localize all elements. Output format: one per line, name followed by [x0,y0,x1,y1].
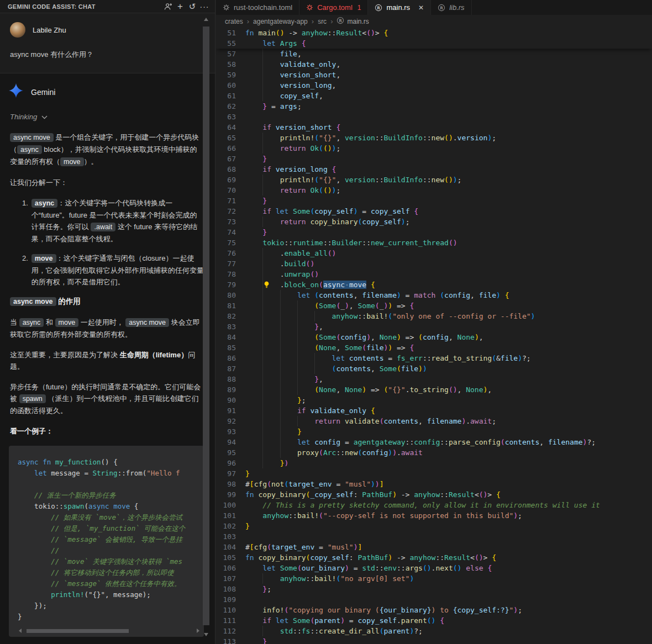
indent-guide [297,353,298,363]
tab-rust-toolchain.toml[interactable]: rust-toolchain.toml [216,0,299,15]
line-number: 103 [216,531,236,542]
hscroll-right-arrow[interactable] [197,629,199,633]
code-line[interactable]: 71 } [216,196,652,206]
code-line[interactable]: 73 return copy_binary(copy_self); [216,217,652,227]
code-line[interactable]: 81 (Some(_), Some(_)) => { [216,300,652,311]
code-line[interactable]: 94 let config = agentgateway::config::pa… [216,437,652,447]
code-line[interactable]: 113 } [216,636,652,644]
editor-panel: rust-toolchain.tomlCargo.toml1Rmain.rs✕R… [216,0,652,644]
code-line[interactable]: 67 } [216,154,652,164]
code-line[interactable]: 105fn copy_binary(copy_self: PathBuf) ->… [216,552,652,563]
indent-guide [262,332,263,342]
code-line[interactable]: 77 .build() [216,258,652,269]
code-line[interactable]: 112 std::fs::create_dir_all(parent)?; [216,626,652,636]
code-line[interactable]: 69 println!("{}", version::BuildInfo::ne… [216,175,652,185]
chat-scrollbar[interactable] [203,27,209,625]
code-line[interactable]: 65 println!("{}", version::BuildInfo::ne… [216,133,652,143]
code-line[interactable]: 92 return validate(contents, filename).a… [216,416,652,426]
code-line[interactable]: 72 if let Some(copy_self) = copy_self { [216,206,652,217]
code-line[interactable]: 76 .enable_all() [216,248,652,258]
code-line[interactable]: 85 (None, Some(file)) => { [216,342,652,353]
line-number: 93 [216,426,236,437]
code-line[interactable]: 61 copy_self, [216,91,652,101]
chat-scroll-up-arrow[interactable] [204,18,208,21]
sticky-line[interactable]: 55 let Args { [216,38,652,49]
code-line[interactable]: 80 let (contents, filename) = match (con… [216,290,652,300]
code-line[interactable]: 60 version_long, [216,80,652,91]
chat-scroll-down-arrow[interactable] [204,633,208,636]
breadcrumb-file[interactable]: Rmain.rs [336,17,369,26]
breadcrumb[interactable]: crates›agentgateway-app›src›Rmain.rs [216,15,652,28]
inline-code-chip: spawn [19,394,46,403]
indent-guide [262,363,263,374]
code-line[interactable]: 106 let Some(our_binary) = std::env::arg… [216,563,652,573]
code-line[interactable]: 58 validate_only, [216,59,652,70]
line-number: 57 [216,49,236,59]
breadcrumb-item[interactable]: src [318,18,327,25]
code-line[interactable]: 107 anyhow::bail!("no argv[0] set") [216,573,652,584]
code-line[interactable]: 79 .block_on(async·move { [216,279,652,290]
thinking-toggle[interactable]: Thinking [10,111,204,123]
code-line[interactable]: 63 [216,112,652,122]
code-line[interactable]: 57 file, [216,49,652,59]
breadcrumb-item[interactable]: agentgateway-app [253,18,308,25]
code-line[interactable]: 88 }, [216,374,652,384]
code-line[interactable]: 70 return Ok(()); [216,185,652,196]
code-line[interactable]: 68 if version_long { [216,164,652,175]
code-line[interactable]: 91 if validate_only { [216,405,652,416]
code-line[interactable]: 96 }) [216,458,652,468]
code-line[interactable]: 102} [216,521,652,531]
indent-guide [262,447,263,458]
code-line[interactable]: 90 }; [216,395,652,405]
close-icon[interactable]: ✕ [418,4,424,12]
new-chat-icon[interactable]: + [174,2,186,12]
code-line[interactable]: 74 } [216,227,652,237]
code-line[interactable]: 93 } [216,426,652,437]
sticky-line[interactable]: 51fn main() -> anyhow::Result<()> { [216,28,652,38]
code-line[interactable]: 75 tokio::runtime::Builder::new_current_… [216,237,652,248]
code-line[interactable]: 103 [216,531,652,542]
code-line[interactable]: 84 (Some(config), None) => (config, None… [216,332,652,342]
line-number: 84 [216,332,236,342]
code-line[interactable]: 62 } = args; [216,101,652,112]
tab-label: lib.rs [449,3,464,12]
code-line[interactable]: 97} [216,468,652,479]
code-line[interactable]: 78 .unwrap() [216,269,652,279]
code-line[interactable]: 99fn copy_binary(_copy_self: PathBuf) ->… [216,489,652,500]
code-line[interactable]: 87 (contents, Some(file)) [216,363,652,374]
account-icon[interactable] [162,2,174,12]
code-line[interactable]: 86 let contents = fs_err::read_to_string… [216,353,652,363]
list-number: 1. [22,197,28,245]
code-line[interactable]: 109 [216,594,652,605]
code-line[interactable]: 104#[cfg(target_env = "musl")] [216,542,652,552]
code-line[interactable]: 108 }; [216,584,652,594]
code-line[interactable]: 111 if let Some(parent) = copy_self.pare… [216,615,652,626]
tab-lib.rs[interactable]: Rlib.rs [431,0,471,15]
hscroll-thumb[interactable] [27,629,129,633]
history-icon[interactable]: ↺ [186,2,198,12]
code-line[interactable]: 89 (None, None) => ("{}".to_string(), No… [216,384,652,395]
code-line[interactable]: 95 proxy(Arc::new(config)).await [216,447,652,458]
code-line[interactable]: 83 }, [216,321,652,332]
tab-Cargo.toml[interactable]: Cargo.toml1 [299,0,368,15]
user-message-text: async move 有什么作用？ [10,49,205,72]
chat-code-line: println!("{}", message); [18,589,204,600]
line-number: 83 [216,321,236,332]
more-icon[interactable]: ··· [198,2,211,12]
code-line[interactable]: 59 version_short, [216,70,652,80]
code-line[interactable]: 82 anyhow::bail!("only one of --config o… [216,311,652,321]
breadcrumb-item[interactable]: crates [225,18,243,25]
code-line[interactable]: 66 return Ok(()); [216,143,652,154]
code-line[interactable]: 110 info!("copying our binary ({our_bina… [216,605,652,615]
hscroll-left-arrow[interactable] [19,629,22,633]
indent-guide [262,300,263,311]
code-line[interactable]: 64 if version_short { [216,122,652,133]
code-line[interactable]: 100 // This is a pretty sketchy command,… [216,500,652,510]
line-number: 77 [216,258,236,269]
line-number: 73 [216,217,236,227]
user-message-block: Labile Zhu async move 有什么作用？ [0,13,215,73]
code-line[interactable]: 98#[cfg(not(target_env = "musl"))] [216,479,652,489]
code-line[interactable]: 101 anyhow::bail!("--copy-self is not su… [216,510,652,521]
tab-main.rs[interactable]: Rmain.rs✕ [368,0,431,15]
line-number: 76 [216,248,236,258]
